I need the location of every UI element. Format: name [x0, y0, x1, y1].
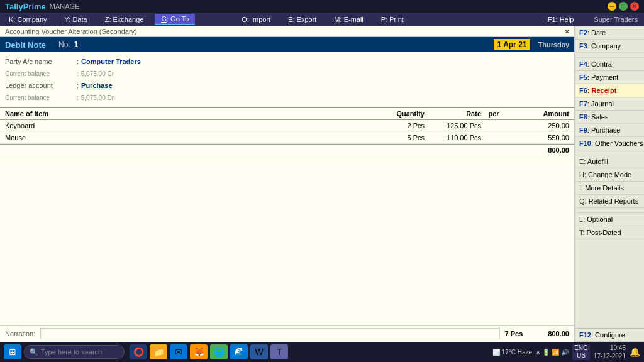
menu-data[interactable]: Y: Data [58, 14, 94, 25]
subheader-text: Accounting Voucher Alteration (Secondary… [5, 28, 137, 35]
right-panel: F2: Date F3: Company F4: Contra F5: Paym… [575, 26, 644, 342]
taskbar-firefox[interactable]: 🦊 [190, 344, 208, 359]
menu-goto[interactable]: G: Go To [155, 14, 195, 25]
party-name-value: Computer Traders [81, 56, 141, 69]
taskbar-search[interactable]: 🔍 Type here to search [24, 345, 125, 359]
party-name-row: Party A/c name : Computer Traders [5, 56, 569, 69]
l-optional[interactable]: L: Optional [575, 213, 644, 226]
f4-contra[interactable]: F4: Contra [575, 58, 644, 71]
taskbar-edge[interactable]: 🌊 [230, 344, 248, 359]
tray-wifi-icon: 📶 [552, 349, 559, 356]
f7-journal[interactable]: F7: Journal [575, 97, 644, 111]
title-bar: TallyPrime MANAGE ─ □ ✕ [0, 0, 644, 13]
f10-other-vouchers[interactable]: F10: Other Vouchers [575, 137, 644, 150]
tray-weather: 🌫️ 17°C Haze [492, 349, 532, 356]
ledger-row: Ledger account : Purchase [5, 80, 569, 92]
f12-configure[interactable]: F12: Configure [575, 328, 644, 342]
narration-totals: 7 Pcs 800.00 [505, 330, 569, 337]
f5-payment[interactable]: F5: Payment [575, 71, 644, 84]
col-amount-header: Amount [506, 110, 569, 118]
menu-email[interactable]: M: E-mail [328, 14, 369, 25]
clock-date: 17-12-2021 [594, 352, 626, 360]
t-post-dated[interactable]: T: Post-Dated [575, 226, 644, 239]
taskbar-apps: ⭕ 📁 ✉ 🦊 🌐 🌊 W T [130, 344, 288, 359]
item-rate-2: 110.00 Pcs [425, 134, 481, 141]
table-subtotal-row: 800.00 [0, 144, 574, 156]
current-balance-2-row: Current balance : 5,075.00 Dr [5, 92, 569, 104]
manage-label: MANAGE [50, 3, 80, 10]
taskbar-tray: 🌫️ 17°C Haze ∧ 🔋 📶 🔊 ENGUS 10:45 17-12-2… [492, 344, 640, 360]
item-amount-2: 550.00 [506, 134, 569, 141]
notification-icon[interactable]: 🔔 [630, 347, 640, 357]
menu-export[interactable]: E: Export [282, 14, 323, 25]
taskbar-files[interactable]: 📁 [150, 344, 167, 359]
i-more-details[interactable]: I: More Details [575, 182, 644, 195]
ledger-label: Ledger account [5, 80, 74, 92]
q-related-reports[interactable]: Q: Related Reports [575, 195, 644, 208]
menu-print[interactable]: P: Print [375, 14, 410, 25]
voucher-title: Debit Note [5, 40, 46, 50]
party-info: Party A/c name : Computer Traders Curren… [0, 52, 574, 107]
panel-spacer-1 [575, 53, 644, 58]
start-button[interactable]: ⊞ [4, 344, 21, 359]
balance1-label: Current balance [5, 69, 74, 80]
title-bar-left: TallyPrime MANAGE [5, 2, 79, 11]
taskbar-cortana[interactable]: ⭕ [130, 344, 147, 359]
taskbar-chrome[interactable]: 🌐 [210, 344, 228, 359]
minimize-button[interactable]: ─ [608, 2, 616, 11]
col-name-header: Name of Item [5, 110, 349, 118]
voucher-no-value: 1 [74, 40, 79, 49]
weather-text: 17°C Haze [502, 349, 532, 356]
company-name: Super Traders [594, 16, 638, 23]
taskbar-mail[interactable]: ✉ [170, 344, 187, 359]
col-rate-header: Rate [425, 110, 481, 118]
search-placeholder: Type here to search [41, 348, 102, 356]
f8-sales[interactable]: F8: Sales [575, 111, 644, 124]
menu-company[interactable]: K: Company [3, 14, 53, 25]
item-amount-1: 250.00 [506, 122, 569, 129]
main-container: Accounting Voucher Alteration (Secondary… [0, 26, 644, 342]
h-change-mode[interactable]: H: Change Mode [575, 168, 644, 182]
taskbar-word[interactable]: W [250, 344, 268, 359]
f3-company[interactable]: F3: Company [575, 40, 644, 53]
table-row[interactable]: Keyboard 2 Pcs 125.00 Pcs 250.00 [0, 120, 574, 132]
panel-spacer-2 [575, 150, 644, 155]
menu-exchange[interactable]: Z: Exchange [99, 14, 150, 25]
menu-help[interactable]: F1: Help [541, 14, 580, 25]
menu-bar: K: Company Y: Data Z: Exchange G: Go To … [0, 13, 644, 26]
maximize-button[interactable]: □ [619, 2, 628, 11]
close-button[interactable]: ✕ [630, 2, 639, 11]
table-subtotal-amount: 800.00 [506, 146, 569, 154]
f2-date[interactable]: F2: Date [575, 26, 644, 40]
table-row[interactable]: Mouse 5 Pcs 110.00 Pcs 550.00 [0, 132, 574, 144]
items-table: Name of Item Quantity Rate per Amount Ke… [0, 107, 574, 325]
item-qty-1: 2 Pcs [349, 122, 425, 129]
tray-clock: 10:45 17-12-2021 [594, 344, 626, 360]
app-brand: TallyPrime [5, 2, 46, 11]
lang-box: ENGUS [572, 344, 590, 360]
item-rate-1: 125.00 Pcs [425, 122, 481, 129]
menu-import[interactable]: O: Import [235, 14, 277, 25]
item-per-2 [481, 134, 506, 141]
narration-bar: Narration: 7 Pcs 800.00 [0, 325, 574, 342]
narration-input[interactable] [40, 328, 499, 339]
item-qty-2: 5 Pcs [349, 134, 425, 141]
subheader-close[interactable]: × [565, 28, 569, 35]
taskbar: ⊞ 🔍 Type here to search ⭕ 📁 ✉ 🦊 🌐 🌊 W T … [0, 342, 644, 362]
col-qty-header: Quantity [349, 110, 425, 118]
content-area: Accounting Voucher Alteration (Secondary… [0, 26, 575, 342]
narration-total-qty: 7 Pcs [505, 330, 523, 337]
voucher-no: No. 1 [58, 40, 78, 49]
taskbar-teams[interactable]: T [270, 344, 288, 359]
sub-header: Accounting Voucher Alteration (Secondary… [0, 26, 574, 37]
e-autofill[interactable]: E: Autofill [575, 155, 644, 168]
panel-spacer-3 [575, 208, 644, 213]
tray-speaker-icon: 🔊 [561, 349, 569, 356]
tray-battery-icon: 🔋 [542, 349, 550, 356]
f9-purchase[interactable]: F9: Purchase [575, 124, 644, 137]
ledger-value: Purchase [81, 80, 113, 92]
f6-receipt[interactable]: F6: Receipt [575, 84, 644, 97]
search-icon: 🔍 [30, 348, 38, 356]
table-body: Keyboard 2 Pcs 125.00 Pcs 250.00 Mouse 5… [0, 120, 574, 325]
col-per-header: per [481, 110, 506, 118]
